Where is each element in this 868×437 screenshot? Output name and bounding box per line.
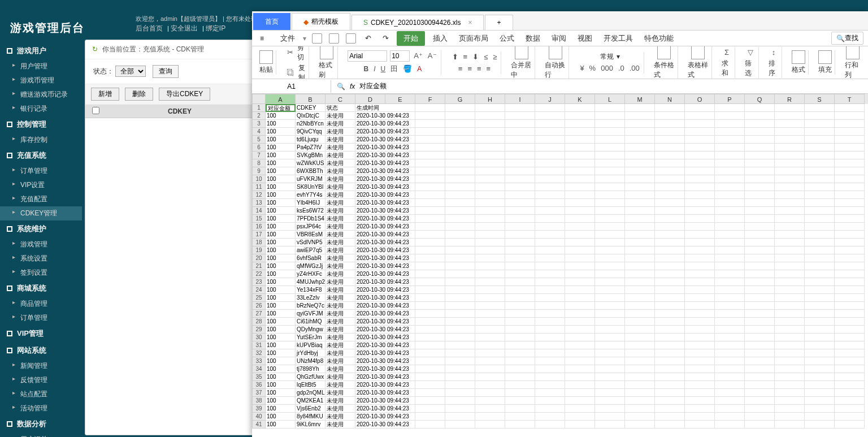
cell[interactable] (595, 246, 625, 254)
cell[interactable] (655, 278, 685, 286)
cell[interactable] (625, 215, 655, 223)
rowcol-icon[interactable] (846, 46, 860, 59)
align-justify-icon[interactable]: ≡ (485, 63, 492, 74)
cell[interactable] (535, 239, 565, 246)
row-header[interactable]: 34 (252, 365, 266, 373)
col-header[interactable]: R (775, 94, 805, 104)
cell[interactable] (715, 254, 745, 262)
col-header[interactable]: B (296, 94, 326, 104)
cell[interactable]: 未使用 (326, 136, 355, 144)
cell[interactable]: 未使用 (326, 128, 355, 136)
cell[interactable] (655, 310, 685, 318)
cell[interactable] (745, 318, 775, 326)
link-logout[interactable]: 安全退出 (171, 24, 198, 32)
cell[interactable] (505, 239, 535, 246)
cell[interactable] (715, 262, 745, 270)
cell[interactable] (445, 112, 475, 120)
cell[interactable] (565, 278, 595, 286)
cell[interactable] (655, 294, 685, 302)
cell[interactable] (715, 341, 745, 349)
cell[interactable] (715, 167, 745, 175)
cell[interactable] (565, 254, 595, 262)
cell[interactable] (595, 413, 625, 421)
cell[interactable] (505, 159, 535, 167)
search-fn-icon[interactable]: 🔍 (337, 83, 345, 90)
cell[interactable] (745, 152, 775, 159)
cell[interactable] (625, 349, 655, 357)
cell[interactable]: n2NbBYcn (296, 120, 326, 128)
cell[interactable]: 2020-10-30 09:44:23 (355, 286, 415, 294)
name-box[interactable]: A1 (252, 80, 331, 93)
cell[interactable] (715, 104, 745, 112)
cell[interactable] (805, 120, 835, 128)
cell[interactable] (505, 294, 535, 302)
save-icon[interactable] (312, 33, 322, 44)
cell[interactable] (565, 302, 595, 310)
cell[interactable] (805, 397, 835, 405)
cell[interactable] (715, 215, 745, 223)
cell[interactable] (685, 223, 715, 231)
cell[interactable] (625, 128, 655, 136)
select-all-corner[interactable] (252, 94, 266, 104)
tab-new[interactable]: + (485, 15, 513, 30)
col-header[interactable]: E (385, 94, 415, 104)
cell[interactable] (835, 136, 865, 144)
cell[interactable] (835, 270, 865, 278)
sidebar-item[interactable]: 签到设置 (0, 266, 82, 280)
cell[interactable] (445, 262, 475, 270)
cell[interactable]: 未使用 (326, 397, 355, 405)
cell[interactable]: 2020-10-30 09:44:23 (355, 152, 415, 159)
cell[interactable] (535, 326, 565, 334)
cell[interactable] (805, 373, 835, 381)
cell[interactable] (625, 365, 655, 373)
cell[interactable] (505, 286, 535, 294)
cell[interactable]: 100 (266, 223, 296, 231)
cell[interactable]: 未使用 (326, 373, 355, 381)
tab-file[interactable]: SCDKEY_20201030094426.xls× (351, 15, 484, 30)
cell[interactable] (775, 231, 805, 239)
cell[interactable] (775, 365, 805, 373)
col-header[interactable]: M (625, 94, 655, 104)
cell[interactable] (445, 152, 475, 159)
merge-icon[interactable] (515, 46, 528, 59)
export-button[interactable]: 导出CDKEY (159, 88, 210, 101)
cell[interactable] (775, 246, 805, 254)
cell[interactable] (835, 413, 865, 421)
cell[interactable] (445, 397, 475, 405)
align-mid-icon[interactable]: ≡ (462, 51, 469, 62)
cell[interactable] (505, 207, 535, 215)
cell[interactable]: 100 (266, 207, 296, 215)
font-grow-icon[interactable]: A⁺ (413, 50, 424, 61)
cell[interactable] (835, 397, 865, 405)
cell[interactable] (655, 223, 685, 231)
cell[interactable] (805, 223, 835, 231)
cell[interactable] (595, 199, 625, 207)
cell[interactable] (715, 246, 745, 254)
cell[interactable]: 未使用 (326, 349, 355, 357)
dec-inc-icon[interactable]: .0 (617, 63, 626, 73)
font-color-icon[interactable]: A (416, 63, 423, 74)
col-header[interactable]: C (326, 94, 355, 104)
cell[interactable]: 生成时间 (355, 104, 415, 112)
preview-icon[interactable] (346, 33, 356, 44)
cell[interactable] (445, 294, 475, 302)
cell[interactable]: 未使用 (326, 294, 355, 302)
add-button[interactable]: 新增 (91, 88, 119, 101)
cell[interactable] (565, 175, 595, 183)
cell[interactable] (415, 112, 445, 120)
cell[interactable] (475, 294, 505, 302)
cell[interactable]: 未使用 (326, 215, 355, 223)
align-left-icon[interactable]: ≡ (457, 63, 464, 74)
cell[interactable]: 100 (266, 215, 296, 223)
cell[interactable] (595, 270, 625, 278)
cell[interactable] (445, 191, 475, 199)
cell[interactable] (415, 207, 445, 215)
cell[interactable]: 100 (266, 365, 296, 373)
cell[interactable]: 未使用 (326, 152, 355, 159)
row-header[interactable]: 30 (252, 334, 266, 341)
cell[interactable] (445, 365, 475, 373)
side-group[interactable]: 商城系统 (0, 280, 82, 297)
cell[interactable] (535, 341, 565, 349)
cell[interactable] (685, 207, 715, 215)
cell[interactable] (505, 199, 535, 207)
